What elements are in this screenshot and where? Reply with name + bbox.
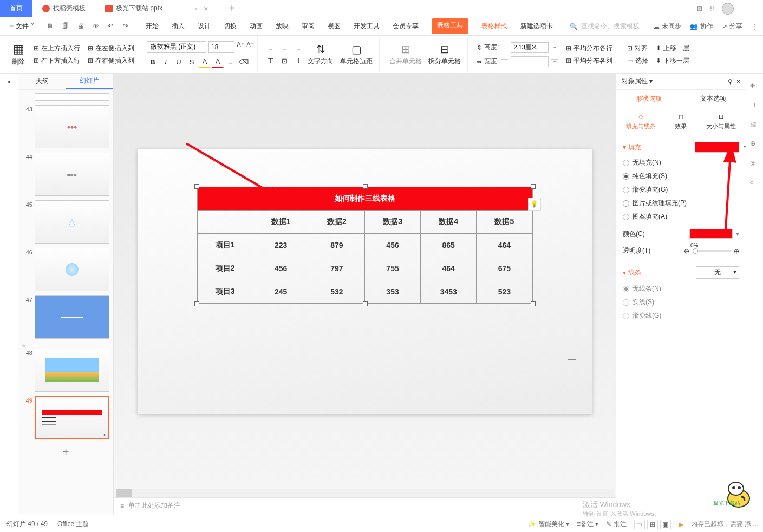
smart-hint-button[interactable]: 💡 bbox=[528, 198, 541, 211]
text-direction-button[interactable]: ⇅文字方向 bbox=[304, 41, 337, 68]
save-as-icon[interactable]: 🗐 bbox=[62, 22, 71, 31]
select-button[interactable]: ▭选择 bbox=[625, 55, 650, 67]
solid-line-radio[interactable]: 实线(S) bbox=[623, 298, 739, 307]
tab-table-style[interactable]: 表格样式 bbox=[481, 18, 507, 34]
notes-placeholder[interactable]: 单击此处添加备注 bbox=[128, 501, 180, 510]
memory-warning[interactable]: 内存已超标，需要 添... bbox=[691, 520, 757, 529]
highlight-button[interactable]: A bbox=[199, 56, 211, 68]
font-name-select[interactable] bbox=[147, 41, 206, 53]
print-icon[interactable]: 🖨 bbox=[77, 22, 86, 31]
tab-developer[interactable]: 开发工具 bbox=[354, 18, 380, 34]
valign-top-button[interactable]: ⊤ bbox=[264, 55, 276, 67]
handle-n[interactable] bbox=[363, 184, 368, 189]
insert-col-right[interactable]: ⊞在右侧插入列 bbox=[86, 55, 136, 67]
thumbnails[interactable]: 43◆◆◆ 44▤▤▤ 45△ 46 47 ☆ 48 49▬▬▬▬▬▬▬▬▬▬▬… bbox=[18, 90, 113, 514]
no-fill-radio[interactable]: 无填充(N) bbox=[623, 158, 739, 167]
fill-color-picker[interactable] bbox=[689, 229, 733, 239]
tab-home[interactable]: 首页 bbox=[0, 0, 32, 17]
tab-vip[interactable]: 会员专享 bbox=[393, 18, 419, 34]
pin-icon[interactable]: ⚲ bbox=[728, 78, 733, 86]
thumb-43[interactable]: ◆◆◆ bbox=[35, 105, 109, 148]
thumb-47[interactable] bbox=[35, 295, 109, 339]
tab-document[interactable]: 极光下载站.pptx ▫ × bbox=[95, 0, 218, 17]
clear-format-button[interactable]: ⌫ bbox=[238, 56, 250, 68]
collapse-handle[interactable]: « bbox=[0, 74, 18, 514]
decrease-font-icon[interactable]: A⁻ bbox=[246, 41, 254, 53]
handle-sw[interactable] bbox=[194, 301, 199, 306]
width-input[interactable] bbox=[511, 56, 549, 67]
size-prop-tab[interactable]: ⊡大小与属性 bbox=[706, 113, 736, 130]
mascot-bee-icon[interactable]: 极光下载站 bbox=[709, 478, 758, 510]
close-icon[interactable]: × bbox=[204, 4, 208, 13]
table-title[interactable]: 如何制作三线表格 bbox=[197, 187, 532, 210]
search-input[interactable]: 🔍 查找命令、搜索模板 bbox=[565, 19, 644, 33]
add-tab-button[interactable]: + bbox=[229, 2, 235, 15]
tab-slideshow[interactable]: 放映 bbox=[276, 18, 289, 34]
target-icon[interactable]: ◎ bbox=[750, 159, 760, 169]
valign-mid-button[interactable]: ⊡ bbox=[278, 55, 290, 67]
slides-tab[interactable]: 幻灯片 bbox=[66, 74, 114, 89]
avatar[interactable] bbox=[722, 3, 734, 15]
opacity-slider[interactable]: ⊖ 0% ⊕ bbox=[684, 247, 739, 255]
page-number-box[interactable] bbox=[568, 345, 576, 360]
diamond-icon[interactable]: ◈ bbox=[750, 81, 760, 91]
picture-fill-radio[interactable]: 图片或纹理填充(P) bbox=[623, 199, 739, 208]
opacity-inc[interactable]: ⊕ bbox=[734, 247, 739, 255]
height-inc[interactable]: + bbox=[551, 45, 558, 50]
thumb-46[interactable] bbox=[35, 248, 109, 291]
height-input[interactable] bbox=[511, 42, 549, 53]
width-inc[interactable]: + bbox=[551, 59, 558, 64]
tab-table-tools[interactable]: 表格工具 bbox=[432, 18, 468, 34]
handle-s[interactable] bbox=[363, 301, 368, 306]
tab-menu-icon[interactable]: ▫ bbox=[195, 5, 197, 12]
split-cells-button[interactable]: ⊟拆分单元格 bbox=[425, 41, 464, 68]
thumb-partial[interactable] bbox=[35, 93, 109, 101]
close-panel-icon[interactable]: × bbox=[736, 78, 740, 86]
distribute-rows[interactable]: ⊞平均分布各行 bbox=[564, 43, 615, 54]
normal-view-button[interactable]: ▭ bbox=[634, 520, 645, 529]
handle-nw[interactable] bbox=[194, 184, 199, 189]
effect-tab[interactable]: ◻效果 bbox=[675, 113, 687, 130]
opacity-dec[interactable]: ⊖ bbox=[684, 247, 689, 255]
tab-view[interactable]: 视图 bbox=[328, 18, 341, 34]
tab-start[interactable]: 开始 bbox=[146, 18, 159, 34]
tab-transition[interactable]: 切换 bbox=[224, 18, 237, 34]
tab-animation[interactable]: 动画 bbox=[250, 18, 263, 34]
redo-icon[interactable]: ↷ bbox=[123, 22, 132, 31]
handle-se[interactable] bbox=[531, 301, 536, 306]
italic-button[interactable]: I bbox=[160, 56, 172, 68]
merge-cells-button[interactable]: ⊞合并单元格 bbox=[386, 41, 425, 68]
preview-icon[interactable]: 👁 bbox=[93, 22, 101, 31]
comment-button[interactable]: ✎ 批注 bbox=[606, 520, 626, 529]
fill-line-tab[interactable]: ◇填充与线条 bbox=[626, 113, 656, 130]
tab-new[interactable]: 新建选项卡 bbox=[520, 18, 553, 34]
reading-view-button[interactable]: ▣ bbox=[660, 520, 671, 529]
fill-color-swatch[interactable] bbox=[695, 142, 739, 153]
add-slide-button[interactable]: + bbox=[22, 444, 110, 460]
distribute-cols[interactable]: ⊞平均分布各列 bbox=[564, 55, 615, 67]
bold-button[interactable]: B bbox=[147, 56, 159, 68]
thumb-45[interactable]: △ bbox=[35, 200, 109, 244]
slideshow-button[interactable]: ▶ bbox=[679, 521, 683, 528]
grid-icon[interactable]: ⊞ bbox=[697, 5, 702, 12]
underline-button[interactable]: U bbox=[173, 56, 185, 68]
bring-forward[interactable]: ⬆上移一层 bbox=[654, 43, 692, 54]
strike-button[interactable]: S bbox=[186, 56, 198, 68]
line-type-select[interactable]: 无▾ bbox=[696, 266, 739, 279]
scrollbar-thumb[interactable] bbox=[116, 489, 132, 497]
align-center-button[interactable]: ≡ bbox=[278, 42, 290, 54]
tab-template[interactable]: 找稻壳模板 bbox=[32, 0, 95, 17]
handle-ne[interactable] bbox=[531, 184, 536, 189]
selected-table[interactable]: 如何制作三线表格 数据1 数据2 数据3 数据4 数据5 项目1 2238794… bbox=[197, 187, 533, 304]
font-color-button[interactable]: A bbox=[212, 56, 224, 68]
sync-button[interactable]: ☁未同步 bbox=[653, 22, 681, 31]
beautify-button[interactable]: ✨ 智能美化 ▾ bbox=[528, 520, 569, 529]
thumb-49[interactable]: ▬▬▬▬▬▬▬▬▬▬▬▬▬▬▬0 bbox=[35, 396, 109, 439]
align-right-button[interactable]: ≡ bbox=[292, 42, 304, 54]
minimize-button[interactable]: — bbox=[741, 1, 758, 17]
send-backward[interactable]: ⬇下移一层 bbox=[654, 55, 692, 67]
notes-toggle[interactable]: ≡备注 ▾ bbox=[577, 520, 598, 529]
valign-bot-button[interactable]: ⊥ bbox=[292, 55, 304, 67]
layers-icon[interactable]: ▧ bbox=[750, 120, 760, 130]
link-icon[interactable]: ⊕ bbox=[750, 140, 760, 149]
